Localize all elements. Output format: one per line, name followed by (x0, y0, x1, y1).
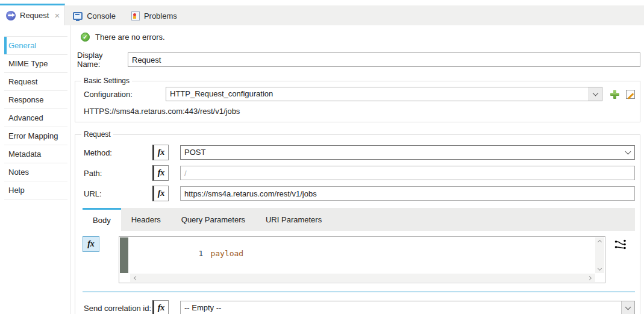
http-request-icon (6, 11, 16, 20)
method-select[interactable]: POST (180, 145, 635, 160)
sidebar-item-metadata[interactable]: Metadata (4, 145, 67, 163)
basic-settings-legend: Basic Settings (81, 77, 132, 85)
editor-tab-bar: Request × Console Problems (0, 0, 644, 25)
method-label: Method: (84, 148, 152, 157)
settings-nav: General MIME Type Request Response Advan… (0, 25, 71, 314)
mapping-icon[interactable] (614, 239, 627, 251)
editor-gutter (120, 237, 128, 273)
scroll-down-icon[interactable] (598, 266, 602, 271)
general-settings-panel: ✓ There are no errors. Display Name: Bas… (71, 25, 644, 314)
validation-status: ✓ There are no errors. (81, 33, 640, 42)
fx-expression-toggle-path[interactable]: fx (152, 165, 169, 181)
fx-expression-toggle-send-correlation[interactable]: fx (152, 300, 169, 314)
tab-headers[interactable]: Headers (121, 208, 171, 231)
configuration-value: HTTP_Request_configuration (166, 87, 589, 101)
scroll-up-icon[interactable] (598, 240, 602, 244)
tab-request-label: Request (20, 11, 49, 20)
add-configuration-icon[interactable] (610, 90, 619, 99)
basic-settings-group: Basic Settings Configuration: HTTP_Reque… (75, 77, 640, 122)
sidebar-item-general[interactable]: General (4, 36, 67, 55)
sidebar-item-mime-type[interactable]: MIME Type (4, 55, 67, 73)
tab-console[interactable]: Console (65, 6, 123, 25)
body-tab-content: fx 1payload (83, 231, 635, 292)
url-label: URL: (84, 189, 152, 198)
request-legend: Request (81, 130, 113, 139)
send-correlation-id-label: Send correlation id: (84, 304, 152, 313)
sidebar-item-advanced[interactable]: Advanced (4, 109, 67, 127)
chevron-down-icon[interactable] (621, 146, 634, 159)
edit-configuration-icon[interactable] (626, 90, 635, 99)
configuration-label: Configuration: (80, 90, 166, 99)
editor-horizontal-scrollbar[interactable] (130, 274, 595, 282)
send-correlation-id-value: -- Empty -- (181, 301, 621, 314)
chevron-down-icon[interactable] (621, 301, 634, 314)
problems-icon (131, 11, 140, 20)
path-input[interactable] (180, 166, 635, 180)
editor-line-number: 1 (199, 249, 204, 258)
configuration-select[interactable]: HTTP_Request_configuration (166, 87, 602, 101)
fx-expression-toggle-body[interactable]: fx (83, 236, 99, 252)
request-detail-tabs: Body Headers Query Parameters URI Parame… (83, 208, 635, 292)
fx-expression-toggle-url[interactable]: fx (152, 186, 169, 201)
close-icon[interactable]: × (54, 11, 60, 20)
method-value: POST (181, 146, 621, 159)
tab-console-label: Console (87, 11, 116, 20)
send-correlation-id-select[interactable]: -- Empty -- (180, 301, 635, 314)
url-input[interactable] (180, 186, 635, 201)
display-name-label: Display Name: (77, 51, 128, 69)
tab-query-parameters[interactable]: Query Parameters (171, 208, 255, 231)
status-message: There are no errors. (95, 33, 165, 42)
tab-uri-parameters[interactable]: URI Parameters (255, 208, 332, 231)
path-label: Path: (84, 169, 152, 178)
tab-body[interactable]: Body (83, 208, 121, 231)
editor-vertical-scrollbar[interactable] (595, 237, 604, 273)
tab-request[interactable]: Request × (0, 4, 65, 25)
success-check-icon: ✓ (81, 33, 90, 42)
tab-problems[interactable]: Problems (123, 6, 185, 25)
fx-expression-toggle-method[interactable]: fx (152, 145, 169, 160)
sidebar-item-notes[interactable]: Notes (4, 163, 67, 181)
sidebar-item-help[interactable]: Help (4, 181, 67, 199)
resolved-endpoint-url: HTTPS://sms4a.retarus.com:443/rest/v1/jo… (84, 107, 635, 116)
sidebar-item-request[interactable]: Request (4, 73, 67, 91)
chevron-down-icon[interactable] (589, 87, 602, 101)
editor-code-text: payload (210, 249, 243, 258)
console-icon (73, 12, 83, 20)
tab-problems-label: Problems (144, 11, 177, 20)
request-group: Request Method: fx POST Path: fx URL: fx (75, 130, 640, 314)
scroll-left-icon[interactable] (134, 275, 138, 280)
sidebar-item-response[interactable]: Response (4, 91, 67, 109)
scroll-right-icon[interactable] (587, 275, 592, 280)
sidebar-item-error-mapping[interactable]: Error Mapping (4, 127, 67, 145)
display-name-input[interactable] (128, 52, 640, 67)
body-code-editor[interactable]: 1payload (119, 236, 605, 283)
